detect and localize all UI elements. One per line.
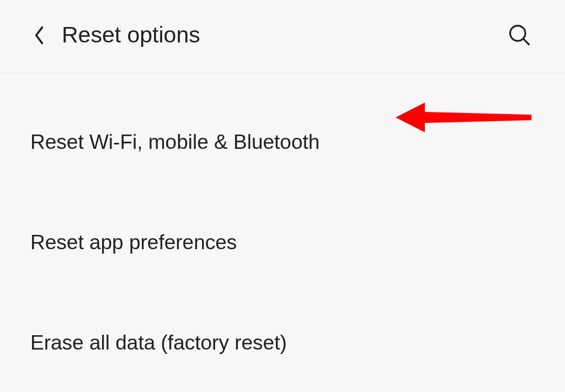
annotation-arrow [395,98,532,139]
svg-line-1 [523,39,529,44]
search-icon[interactable] [508,23,532,47]
back-icon[interactable] [33,25,45,45]
list-item-reset-wifi-mobile-bluetooth[interactable]: Reset Wi-Fi, mobile & Bluetooth [30,73,535,186]
header-left: Reset options [33,22,200,48]
app-header: Reset options [0,0,565,73]
list-item-label: Reset app preferences [30,231,237,254]
svg-marker-2 [396,103,531,132]
list-item-reset-app-preferences[interactable]: Reset app preferences [30,186,535,286]
list-item-label: Erase all data (factory reset) [30,331,287,354]
options-list: Reset Wi-Fi, mobile & Bluetooth Reset ap… [0,73,565,386]
page-title: Reset options [62,22,200,48]
list-item-erase-all-data[interactable]: Erase all data (factory reset) [30,286,535,386]
list-item-label: Reset Wi-Fi, mobile & Bluetooth [30,131,319,153]
